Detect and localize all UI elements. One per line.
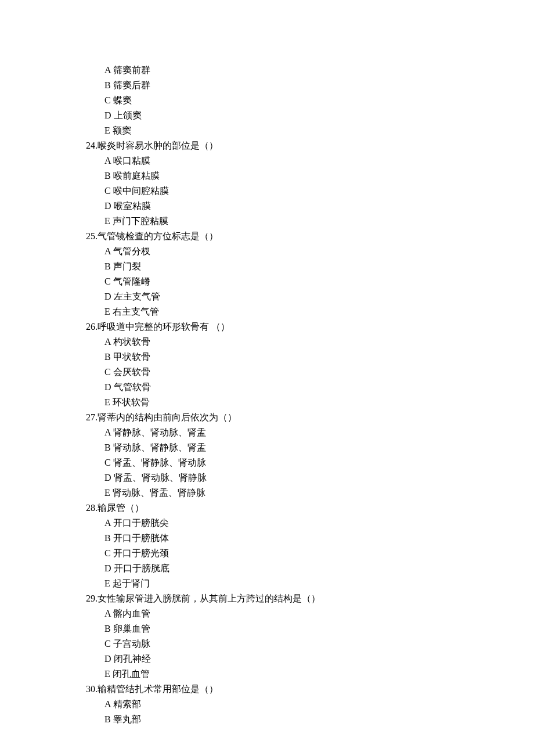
question-option: E 起于肾门	[86, 576, 534, 591]
question-option: C 喉中间腔粘膜	[86, 183, 534, 199]
question-option: E 右主支气管	[86, 304, 534, 319]
question-option: B 睾丸部	[86, 712, 534, 727]
question-option: E 肾动脉、肾盂、肾静脉	[86, 485, 534, 501]
question-option: B 卵巢血管	[86, 621, 534, 636]
question-option: D 气管软骨	[86, 380, 534, 395]
question-stem: 30.输精管结扎术常用部位是（）	[86, 682, 534, 697]
question-option: E 额窦	[86, 123, 534, 138]
question-stem: 24.喉炎时容易水肿的部位是（）	[86, 138, 534, 153]
question-option: B 筛窦后群	[86, 78, 534, 93]
question-option: C 会厌软骨	[86, 365, 534, 380]
question-option: D 上颌窦	[86, 108, 534, 123]
document-body: A 筛窦前群B 筛窦后群C 蝶窦D 上颌窦E 额窦24.喉炎时容易水肿的部位是（…	[86, 63, 534, 727]
question-option: A 开口于膀胱尖	[86, 516, 534, 531]
question-option: A 气管分杈	[86, 244, 534, 259]
question-option: C 蝶窦	[86, 93, 534, 108]
question-option: A 喉口粘膜	[86, 153, 534, 168]
question-option: A 肾静脉、肾动脉、肾盂	[86, 425, 534, 440]
question-option: E 环状软骨	[86, 395, 534, 410]
question-option: D 喉室粘膜	[86, 199, 534, 214]
question-option: D 肾盂、肾动脉、肾静脉	[86, 470, 534, 485]
question-option: D 开口于膀胱底	[86, 561, 534, 576]
question-option: D 闭孔神经	[86, 651, 534, 667]
question-option: B 声门裂	[86, 259, 534, 274]
question-option: E 闭孔血管	[86, 667, 534, 682]
question-option: D 左主支气管	[86, 289, 534, 304]
question-option: C 气管隆嵴	[86, 274, 534, 289]
question-option: C 开口于膀光颈	[86, 546, 534, 561]
question-stem: 28.输尿管（）	[86, 501, 534, 516]
question-option: C 子宫动脉	[86, 636, 534, 651]
question-stem: 27.肾蒂内的结构由前向后依次为（）	[86, 410, 534, 425]
question-option: E 声门下腔粘膜	[86, 214, 534, 229]
question-stem: 25.气管镜检查的方位标志是（）	[86, 229, 534, 244]
question-option: B 肾动脉、肾静脉、肾盂	[86, 440, 534, 455]
question-stem: 26.呼吸道中完整的环形软骨有 （）	[86, 319, 534, 334]
question-option: C 肾盂、肾静脉、肾动脉	[86, 455, 534, 470]
question-option: A 精索部	[86, 697, 534, 712]
question-stem: 29.女性输尿管进入膀胱前，从其前上方跨过的结构是（）	[86, 591, 534, 606]
question-option: B 甲状软骨	[86, 350, 534, 365]
question-option: A 筛窦前群	[86, 63, 534, 78]
question-option: B 喉前庭粘膜	[86, 168, 534, 183]
question-option: A 杓状软骨	[86, 334, 534, 350]
question-option: A 髂内血管	[86, 606, 534, 621]
question-option: B 开口于膀胱体	[86, 531, 534, 546]
